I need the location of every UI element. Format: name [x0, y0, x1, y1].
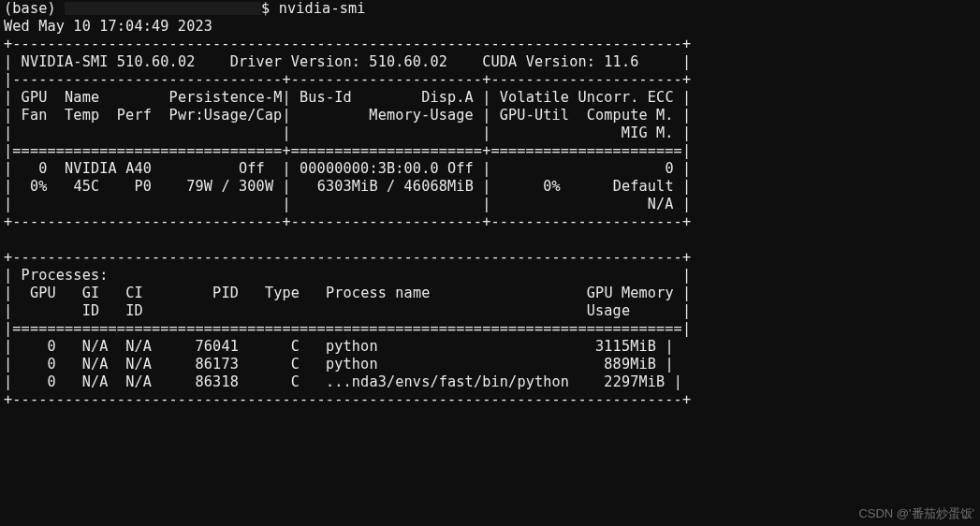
- gpu-name: NVIDIA A40: [65, 160, 152, 177]
- gpu-util: 0%: [543, 178, 561, 195]
- gpu-pm: Off: [239, 160, 265, 177]
- gpu-disp: Off: [447, 160, 474, 177]
- driver-version: 510.60.02: [369, 53, 447, 70]
- prompt-env: (base): [4, 0, 56, 17]
- gpu-ecc: 0: [665, 160, 673, 177]
- timestamp-line: Wed May 10 17:04:49 2023: [4, 18, 212, 35]
- gpu-pwr: 79W / 300W: [186, 178, 273, 195]
- gpu-compute: Default: [613, 178, 674, 195]
- gpu-index: 0: [38, 160, 47, 177]
- cuda-label: CUDA Version:: [482, 53, 595, 70]
- gpu-mig: N/A: [648, 196, 674, 212]
- redacted-hostname: [65, 2, 261, 15]
- processes-title: Processes:: [22, 267, 109, 284]
- command-text[interactable]: nvidia-smi: [279, 0, 366, 17]
- gpu-busid: 00000000:3B:00.0: [300, 160, 439, 177]
- smi-version: NVIDIA-SMI 510.60.02: [22, 53, 196, 70]
- gpu-temp: 45C: [73, 178, 99, 195]
- watermark: CSDN @'番茄炒蛋饭': [858, 505, 974, 522]
- gpu-perf: P0: [134, 178, 152, 195]
- prompt-symbol: $: [261, 0, 270, 17]
- proc-gpu: 0: [47, 338, 55, 355]
- cuda-version: 11.6: [604, 53, 638, 70]
- terminal-output: (base) $ nvidia-smi Wed May 10 17:04:49 …: [0, 0, 980, 409]
- gpu-mem: 6303MiB / 46068MiB: [317, 178, 474, 195]
- col-gpu-name: GPU Name: [22, 89, 100, 106]
- driver-label: Driver Version:: [230, 53, 360, 70]
- gpu-fan: 0%: [30, 178, 48, 195]
